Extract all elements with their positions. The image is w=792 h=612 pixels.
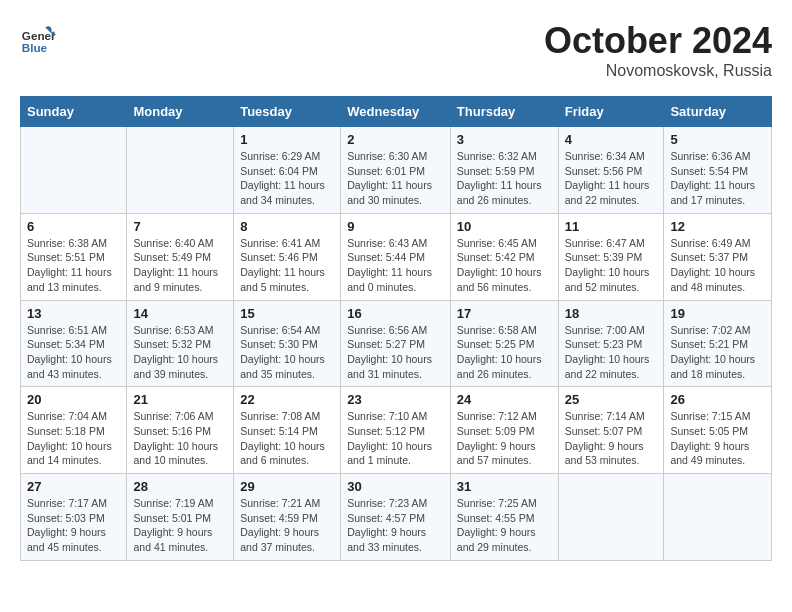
day-info: Sunrise: 7:17 AM Sunset: 5:03 PM Dayligh… — [27, 496, 120, 555]
day-number: 20 — [27, 392, 120, 407]
calendar-cell: 15Sunrise: 6:54 AM Sunset: 5:30 PM Dayli… — [234, 300, 341, 387]
day-number: 1 — [240, 132, 334, 147]
calendar-cell: 27Sunrise: 7:17 AM Sunset: 5:03 PM Dayli… — [21, 474, 127, 561]
calendar-cell — [21, 127, 127, 214]
day-number: 23 — [347, 392, 444, 407]
day-info: Sunrise: 6:54 AM Sunset: 5:30 PM Dayligh… — [240, 323, 334, 382]
day-number: 7 — [133, 219, 227, 234]
calendar-cell: 12Sunrise: 6:49 AM Sunset: 5:37 PM Dayli… — [664, 213, 772, 300]
calendar-cell: 25Sunrise: 7:14 AM Sunset: 5:07 PM Dayli… — [558, 387, 664, 474]
day-number: 13 — [27, 306, 120, 321]
day-info: Sunrise: 7:10 AM Sunset: 5:12 PM Dayligh… — [347, 409, 444, 468]
day-info: Sunrise: 7:15 AM Sunset: 5:05 PM Dayligh… — [670, 409, 765, 468]
calendar-cell: 11Sunrise: 6:47 AM Sunset: 5:39 PM Dayli… — [558, 213, 664, 300]
calendar-week-row: 27Sunrise: 7:17 AM Sunset: 5:03 PM Dayli… — [21, 474, 772, 561]
day-info: Sunrise: 6:47 AM Sunset: 5:39 PM Dayligh… — [565, 236, 658, 295]
day-info: Sunrise: 7:23 AM Sunset: 4:57 PM Dayligh… — [347, 496, 444, 555]
day-info: Sunrise: 6:45 AM Sunset: 5:42 PM Dayligh… — [457, 236, 552, 295]
calendar-cell: 23Sunrise: 7:10 AM Sunset: 5:12 PM Dayli… — [341, 387, 451, 474]
calendar-cell: 30Sunrise: 7:23 AM Sunset: 4:57 PM Dayli… — [341, 474, 451, 561]
weekday-header: Friday — [558, 97, 664, 127]
day-info: Sunrise: 7:02 AM Sunset: 5:21 PM Dayligh… — [670, 323, 765, 382]
day-info: Sunrise: 6:32 AM Sunset: 5:59 PM Dayligh… — [457, 149, 552, 208]
day-number: 10 — [457, 219, 552, 234]
day-number: 8 — [240, 219, 334, 234]
calendar-week-row: 1Sunrise: 6:29 AM Sunset: 6:04 PM Daylig… — [21, 127, 772, 214]
calendar-cell: 31Sunrise: 7:25 AM Sunset: 4:55 PM Dayli… — [450, 474, 558, 561]
title-block: October 2024 Novomoskovsk, Russia — [544, 20, 772, 80]
day-info: Sunrise: 6:36 AM Sunset: 5:54 PM Dayligh… — [670, 149, 765, 208]
weekday-header-row: SundayMondayTuesdayWednesdayThursdayFrid… — [21, 97, 772, 127]
day-info: Sunrise: 7:06 AM Sunset: 5:16 PM Dayligh… — [133, 409, 227, 468]
day-number: 26 — [670, 392, 765, 407]
day-info: Sunrise: 7:21 AM Sunset: 4:59 PM Dayligh… — [240, 496, 334, 555]
day-number: 14 — [133, 306, 227, 321]
calendar-cell: 24Sunrise: 7:12 AM Sunset: 5:09 PM Dayli… — [450, 387, 558, 474]
day-number: 31 — [457, 479, 552, 494]
weekday-header: Wednesday — [341, 97, 451, 127]
calendar-cell: 21Sunrise: 7:06 AM Sunset: 5:16 PM Dayli… — [127, 387, 234, 474]
calendar-cell: 9Sunrise: 6:43 AM Sunset: 5:44 PM Daylig… — [341, 213, 451, 300]
calendar-cell — [558, 474, 664, 561]
day-number: 30 — [347, 479, 444, 494]
calendar-cell: 4Sunrise: 6:34 AM Sunset: 5:56 PM Daylig… — [558, 127, 664, 214]
calendar-cell: 3Sunrise: 6:32 AM Sunset: 5:59 PM Daylig… — [450, 127, 558, 214]
calendar-cell — [664, 474, 772, 561]
calendar-cell: 5Sunrise: 6:36 AM Sunset: 5:54 PM Daylig… — [664, 127, 772, 214]
day-info: Sunrise: 6:34 AM Sunset: 5:56 PM Dayligh… — [565, 149, 658, 208]
day-number: 3 — [457, 132, 552, 147]
calendar-cell: 1Sunrise: 6:29 AM Sunset: 6:04 PM Daylig… — [234, 127, 341, 214]
day-info: Sunrise: 7:08 AM Sunset: 5:14 PM Dayligh… — [240, 409, 334, 468]
day-info: Sunrise: 7:00 AM Sunset: 5:23 PM Dayligh… — [565, 323, 658, 382]
day-number: 2 — [347, 132, 444, 147]
weekday-header: Sunday — [21, 97, 127, 127]
day-info: Sunrise: 6:49 AM Sunset: 5:37 PM Dayligh… — [670, 236, 765, 295]
day-number: 19 — [670, 306, 765, 321]
day-info: Sunrise: 6:53 AM Sunset: 5:32 PM Dayligh… — [133, 323, 227, 382]
weekday-header: Saturday — [664, 97, 772, 127]
day-number: 4 — [565, 132, 658, 147]
day-info: Sunrise: 6:40 AM Sunset: 5:49 PM Dayligh… — [133, 236, 227, 295]
logo: General Blue — [20, 20, 56, 56]
calendar-cell: 10Sunrise: 6:45 AM Sunset: 5:42 PM Dayli… — [450, 213, 558, 300]
day-info: Sunrise: 6:51 AM Sunset: 5:34 PM Dayligh… — [27, 323, 120, 382]
calendar-cell: 19Sunrise: 7:02 AM Sunset: 5:21 PM Dayli… — [664, 300, 772, 387]
calendar-cell: 16Sunrise: 6:56 AM Sunset: 5:27 PM Dayli… — [341, 300, 451, 387]
day-number: 25 — [565, 392, 658, 407]
svg-text:Blue: Blue — [22, 41, 48, 54]
calendar-cell: 20Sunrise: 7:04 AM Sunset: 5:18 PM Dayli… — [21, 387, 127, 474]
calendar-table: SundayMondayTuesdayWednesdayThursdayFrid… — [20, 96, 772, 561]
calendar-cell: 28Sunrise: 7:19 AM Sunset: 5:01 PM Dayli… — [127, 474, 234, 561]
day-number: 16 — [347, 306, 444, 321]
calendar-cell: 18Sunrise: 7:00 AM Sunset: 5:23 PM Dayli… — [558, 300, 664, 387]
calendar-week-row: 13Sunrise: 6:51 AM Sunset: 5:34 PM Dayli… — [21, 300, 772, 387]
day-info: Sunrise: 6:56 AM Sunset: 5:27 PM Dayligh… — [347, 323, 444, 382]
day-info: Sunrise: 6:30 AM Sunset: 6:01 PM Dayligh… — [347, 149, 444, 208]
day-number: 11 — [565, 219, 658, 234]
calendar-week-row: 6Sunrise: 6:38 AM Sunset: 5:51 PM Daylig… — [21, 213, 772, 300]
day-info: Sunrise: 7:04 AM Sunset: 5:18 PM Dayligh… — [27, 409, 120, 468]
calendar-cell: 17Sunrise: 6:58 AM Sunset: 5:25 PM Dayli… — [450, 300, 558, 387]
day-info: Sunrise: 7:19 AM Sunset: 5:01 PM Dayligh… — [133, 496, 227, 555]
calendar-cell: 22Sunrise: 7:08 AM Sunset: 5:14 PM Dayli… — [234, 387, 341, 474]
logo-icon: General Blue — [20, 20, 56, 56]
calendar-cell: 8Sunrise: 6:41 AM Sunset: 5:46 PM Daylig… — [234, 213, 341, 300]
day-number: 28 — [133, 479, 227, 494]
weekday-header: Tuesday — [234, 97, 341, 127]
day-info: Sunrise: 6:29 AM Sunset: 6:04 PM Dayligh… — [240, 149, 334, 208]
day-info: Sunrise: 6:38 AM Sunset: 5:51 PM Dayligh… — [27, 236, 120, 295]
day-number: 21 — [133, 392, 227, 407]
calendar-cell: 7Sunrise: 6:40 AM Sunset: 5:49 PM Daylig… — [127, 213, 234, 300]
day-number: 12 — [670, 219, 765, 234]
day-number: 18 — [565, 306, 658, 321]
calendar-week-row: 20Sunrise: 7:04 AM Sunset: 5:18 PM Dayli… — [21, 387, 772, 474]
calendar-cell: 26Sunrise: 7:15 AM Sunset: 5:05 PM Dayli… — [664, 387, 772, 474]
day-number: 17 — [457, 306, 552, 321]
calendar-cell — [127, 127, 234, 214]
calendar-cell: 6Sunrise: 6:38 AM Sunset: 5:51 PM Daylig… — [21, 213, 127, 300]
calendar-cell: 13Sunrise: 6:51 AM Sunset: 5:34 PM Dayli… — [21, 300, 127, 387]
month-title: October 2024 — [544, 20, 772, 62]
day-number: 29 — [240, 479, 334, 494]
calendar-cell: 2Sunrise: 6:30 AM Sunset: 6:01 PM Daylig… — [341, 127, 451, 214]
location: Novomoskovsk, Russia — [544, 62, 772, 80]
